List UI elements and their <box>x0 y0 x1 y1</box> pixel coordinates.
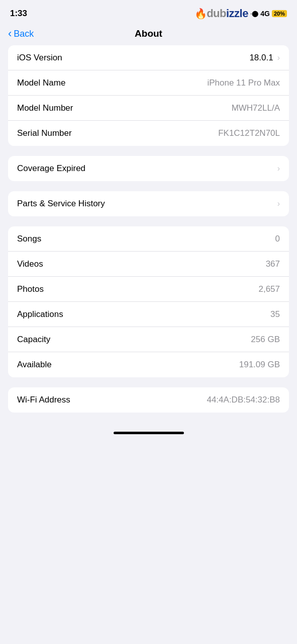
back-label: Back <box>14 29 34 39</box>
chevron-right-icon: › <box>277 199 280 208</box>
status-time: 1:33 <box>10 9 27 19</box>
wifi-row: Wi-Fi Address 44:4A:DB:54:32:B8 <box>8 387 289 413</box>
model-number-row: Model Number MWH72LL/A <box>8 96 289 121</box>
photos-label: Photos <box>17 284 44 294</box>
applications-row: Applications 35 <box>8 302 289 327</box>
available-row: Available 191.09 GB <box>8 352 289 377</box>
wifi-label: Wi-Fi Address <box>17 395 70 405</box>
applications-label: Applications <box>17 309 63 319</box>
capacity-value: 256 GB <box>251 335 280 345</box>
parts-service-card[interactable]: Parts & Service History › <box>8 191 289 216</box>
parts-label: Parts & Service History <box>17 199 105 209</box>
page-title: About <box>135 28 162 39</box>
parts-chevron: › <box>276 199 280 208</box>
songs-label: Songs <box>17 234 41 244</box>
dubizzle-logo: 🔥dubizzle <box>194 7 248 20</box>
serial-number-row: Serial Number FK1C12T2N70L <box>8 121 289 146</box>
videos-value: 367 <box>266 259 280 269</box>
back-chevron-icon: ‹ <box>8 28 12 39</box>
serial-number-value: FK1C12T2N70L <box>218 128 280 138</box>
capacity-label: Capacity <box>17 335 50 345</box>
status-right: 🔥dubizzle ·⬤ 4G 20% <box>194 7 287 20</box>
status-bar: 1:33 🔥dubizzle ·⬤ 4G 20% <box>0 0 297 24</box>
model-number-label: Model Number <box>17 103 73 113</box>
battery-indicator: 20% <box>272 10 287 17</box>
videos-label: Videos <box>17 259 43 269</box>
applications-value: 35 <box>270 309 280 319</box>
chevron-right-icon: › <box>277 53 280 62</box>
signal-icon: ·⬤ <box>250 10 258 17</box>
coverage-chevron: › <box>276 164 280 173</box>
home-indicator <box>114 432 184 434</box>
videos-row: Videos 367 <box>8 252 289 277</box>
photos-value: 2,657 <box>258 284 280 294</box>
ios-version-row[interactable]: iOS Version 18.0.1 › <box>8 45 289 70</box>
coverage-card[interactable]: Coverage Expired › <box>8 156 289 181</box>
available-value: 191.09 GB <box>239 360 280 370</box>
parts-row[interactable]: Parts & Service History › <box>8 191 289 216</box>
available-label: Available <box>17 360 52 370</box>
coverage-label: Coverage Expired <box>17 164 85 174</box>
serial-number-label: Serial Number <box>17 128 72 138</box>
wifi-value: 44:4A:DB:54:32:B8 <box>207 395 280 405</box>
model-name-label: Model Name <box>17 78 65 88</box>
ios-version-label: iOS Version <box>17 53 62 63</box>
chevron-right-icon: › <box>277 164 280 173</box>
model-name-row: Model Name iPhone 11 Pro Max <box>8 70 289 96</box>
songs-value: 0 <box>275 234 280 244</box>
nav-bar: ‹ Back About <box>0 24 297 45</box>
network-type: 4G <box>260 10 270 18</box>
device-info-card: iOS Version 18.0.1 › Model Name iPhone 1… <box>8 45 289 146</box>
media-stats-card: Songs 0 Videos 367 Photos 2,657 Applicat… <box>8 226 289 377</box>
ios-version-value: 18.0.1 › <box>249 53 280 63</box>
capacity-row: Capacity 256 GB <box>8 327 289 352</box>
photos-row: Photos 2,657 <box>8 277 289 302</box>
coverage-row[interactable]: Coverage Expired › <box>8 156 289 181</box>
back-button[interactable]: ‹ Back <box>8 28 34 39</box>
wifi-card: Wi-Fi Address 44:4A:DB:54:32:B8 <box>8 387 289 413</box>
model-number-value: MWH72LL/A <box>232 103 280 113</box>
model-name-value: iPhone 11 Pro Max <box>207 78 280 88</box>
songs-row: Songs 0 <box>8 226 289 252</box>
